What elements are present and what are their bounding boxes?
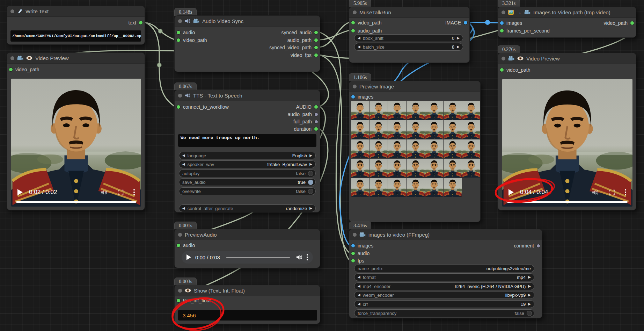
increment-arrow-icon[interactable]: ▶ (309, 163, 312, 166)
widget-mp4-encoder[interactable]: ◀ mp4_encoder h264_nvenc (H.264 / NVIDIA… (354, 282, 534, 290)
video-progress-bar[interactable] (507, 201, 628, 203)
volume-icon[interactable] (101, 189, 107, 195)
audio-player[interactable]: 0:00 / 0:03 (182, 251, 313, 264)
play-icon[interactable] (186, 254, 191, 260)
output-slot-video-path[interactable]: video_path (603, 20, 634, 27)
collapse-dot[interactable] (353, 85, 357, 88)
output-dot[interactable] (314, 38, 318, 42)
output-dot[interactable] (314, 53, 318, 57)
input-slot-video-path[interactable]: video_path (9, 66, 39, 73)
input-slot-images[interactable]: images (500, 20, 522, 27)
fullscreen-icon[interactable] (118, 189, 124, 195)
input-slot-video-path[interactable]: video_path (351, 19, 382, 26)
widget-format[interactable]: ◀ format mp4 ▶ (354, 273, 534, 281)
toggle-off-icon[interactable] (308, 189, 313, 194)
volume-icon[interactable] (296, 254, 302, 260)
text-widget[interactable]: /home/umen/COMFYUI/ComfyUI/output/animed… (10, 30, 141, 42)
node-preview-audio[interactable]: PreviewAudio audio 0:00 / 0:03 (174, 229, 320, 268)
output-slot-comment[interactable]: comment (514, 242, 540, 249)
collapse-dot[interactable] (178, 289, 182, 293)
output-slot-audio-path[interactable]: audio_path (288, 111, 318, 118)
collapse-dot[interactable] (10, 56, 14, 60)
widget-save-audio[interactable]: save_audio true (179, 178, 316, 186)
more-options-icon[interactable] (307, 254, 308, 260)
increment-arrow-icon[interactable]: ▶ (528, 285, 531, 288)
volume-icon[interactable] (592, 189, 599, 195)
output-dot[interactable] (315, 113, 318, 116)
widget-autoplay[interactable]: autoplay false (179, 170, 316, 177)
play-icon[interactable] (508, 189, 514, 195)
input-slot-audio[interactable]: audio (177, 29, 195, 36)
more-options-icon[interactable] (625, 189, 626, 195)
toggle-on-icon[interactable] (308, 180, 313, 185)
node-header[interactable]: → Images to Video path (tmp video) (498, 7, 636, 18)
widget-batch-size[interactable]: ◀ batch_size 8 ▶ (354, 43, 463, 51)
decrement-arrow-icon[interactable]: ◀ (358, 275, 360, 279)
input-dot[interactable] (500, 68, 504, 72)
input-dot[interactable] (177, 244, 180, 247)
collapse-dot[interactable] (353, 10, 357, 14)
output-dot[interactable] (314, 46, 318, 49)
collapse-dot[interactable] (353, 233, 357, 237)
input-slot-video-path[interactable]: video_path (177, 37, 207, 44)
toggle-off-icon[interactable] (308, 171, 313, 176)
node-graph-canvas[interactable]: Write Text text /home/umen/COMFYUI/Comfy… (0, 0, 644, 331)
node-tts[interactable]: TTS - Text to Speech connect_to_workflow… (174, 90, 320, 213)
input-slot-text-int-float[interactable]: text_int_float (177, 297, 211, 304)
output-dot[interactable] (630, 21, 634, 25)
node-header[interactable]: Show (Text, Int, Float) (175, 285, 320, 296)
node-video-preview-left[interactable]: Video Preview video_path 0:02 / 0:02 (7, 52, 145, 210)
output-slot-video-fps[interactable]: video_fps (291, 52, 318, 59)
collapse-dot[interactable] (178, 19, 182, 23)
input-dot[interactable] (177, 31, 180, 34)
output-slot-synced-video-path[interactable]: synced_video_path (269, 44, 318, 51)
node-header[interactable]: MuseTalkRun (349, 7, 469, 18)
node-header[interactable]: Audio Video Sync (175, 16, 320, 27)
node-header[interactable]: Video Preview (498, 53, 636, 64)
input-dot[interactable] (500, 29, 504, 33)
input-dot[interactable] (9, 68, 13, 71)
decrement-arrow-icon[interactable]: ◀ (182, 154, 185, 157)
output-slot-synced-audio[interactable]: synced_audio (281, 29, 318, 36)
input-slot-fps[interactable]: fps (351, 257, 364, 264)
input-slot-audio[interactable]: audio (177, 242, 195, 249)
input-dot[interactable] (177, 299, 180, 302)
input-slot-audio[interactable]: audio (351, 250, 369, 257)
output-slot-text[interactable]: text (128, 19, 142, 26)
toggle-off-icon[interactable] (527, 311, 532, 316)
play-icon[interactable] (17, 189, 23, 195)
video-player[interactable]: 0:02 / 0:02 (11, 79, 141, 207)
video-progress-bar[interactable] (16, 201, 136, 203)
input-slot-images[interactable]: images (351, 242, 373, 249)
collapse-dot[interactable] (178, 94, 182, 98)
node-audio-video-sync[interactable]: Audio Video Sync audio video_path synced… (174, 15, 320, 72)
node-header[interactable]: Video Preview (7, 53, 145, 64)
increment-arrow-icon[interactable]: ▶ (528, 275, 531, 279)
input-dot[interactable] (351, 29, 355, 33)
increment-arrow-icon[interactable]: ▶ (309, 154, 312, 157)
input-slot-images[interactable]: images (351, 93, 373, 100)
output-dot[interactable] (315, 120, 318, 123)
input-dot[interactable] (351, 95, 355, 99)
input-dot[interactable] (177, 105, 180, 109)
decrement-arrow-icon[interactable]: ◀ (358, 45, 360, 49)
widget-force-transparency[interactable]: force_transparency false (354, 309, 534, 317)
input-dot[interactable] (500, 21, 504, 25)
node-musetalk-run[interactable]: MuseTalkRun video_path audio_path IMAGE … (349, 7, 470, 63)
increment-arrow-icon[interactable]: ▶ (457, 36, 460, 40)
widget-webm-encoder[interactable]: ◀ webm_encoder libvpx-vp9 ▶ (354, 291, 534, 299)
node-video-preview-right[interactable]: Video Preview video_path 0:04 / 0:04 (498, 53, 636, 210)
output-dot[interactable] (314, 127, 318, 131)
increment-arrow-icon[interactable]: ▶ (528, 302, 531, 306)
output-dot[interactable] (139, 21, 142, 24)
widget-speaker-wav[interactable]: ◀ speaker_wav fr/fake_Bjornulf.wav ▶ (179, 160, 316, 168)
collapse-dot[interactable] (502, 10, 505, 14)
node-images-to-video-path[interactable]: → Images to Video path (tmp video) image… (498, 7, 636, 38)
output-dot[interactable] (314, 31, 318, 34)
decrement-arrow-icon[interactable]: ◀ (358, 36, 360, 40)
decrement-arrow-icon[interactable]: ◀ (182, 207, 185, 210)
decrement-arrow-icon[interactable]: ◀ (358, 302, 360, 306)
node-images-to-video-ffmpeg[interactable]: images to video (FFmpeg) images audio fp… (349, 229, 542, 318)
output-slot-audio[interactable]: AUDIO (296, 103, 318, 110)
decrement-arrow-icon[interactable]: ◀ (358, 293, 360, 297)
